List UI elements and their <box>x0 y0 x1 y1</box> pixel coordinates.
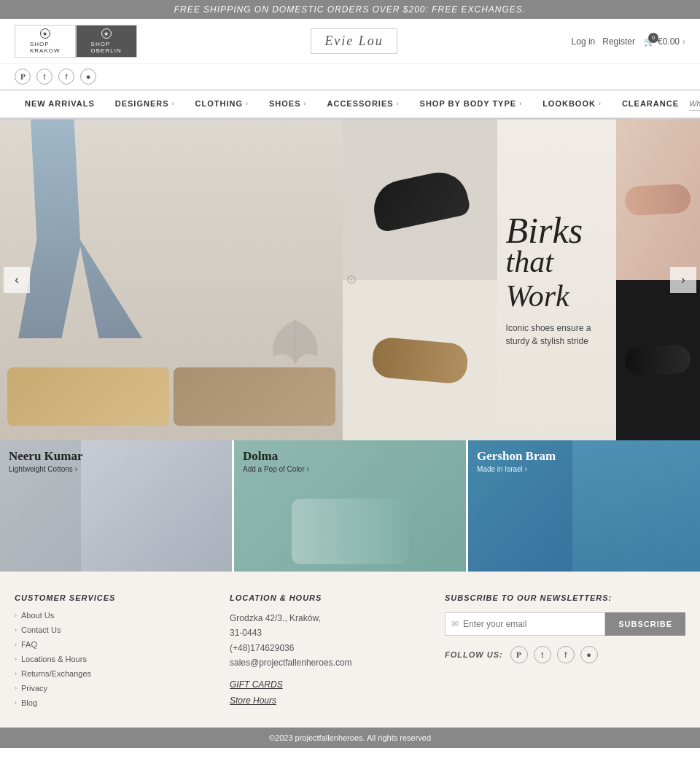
subscribe-button[interactable]: SUBSCRIBE <box>605 612 685 636</box>
footer-link-privacy[interactable]: › Privacy <box>15 684 215 693</box>
gold-sandal-visual <box>7 367 169 426</box>
newsletter-email-wrapper: ✉ <box>445 612 605 636</box>
newsletter-email-input[interactable] <box>463 613 599 635</box>
social-twitter-icon[interactable]: t <box>36 69 52 85</box>
nav-search: 🔍 <box>689 97 700 111</box>
follow-instagram-icon[interactable]: ● <box>580 646 598 663</box>
nav-clearance[interactable]: CLEARANCE <box>612 90 689 117</box>
shop-krakow-logo[interactable]: ★ SHOPKRAKOW <box>15 25 76 58</box>
neeru-name: Neeru Kumar <box>9 449 83 464</box>
copyright-text: ©2023 projectfallenheroes. All rights re… <box>269 733 431 742</box>
cart-chevron-icon[interactable]: › <box>682 36 685 47</box>
follow-twitter-icon[interactable]: t <box>534 646 551 663</box>
footer-link-about[interactable]: › About Us <box>15 611 215 620</box>
announcement-bar: FREE SHIPPING ON DOMESTIC ORDERS OVER $2… <box>0 0 700 19</box>
nav-designers[interactable]: DESIGNERS › <box>105 90 185 117</box>
gershon-arrow-icon: › <box>525 465 527 473</box>
neeru-subtitle: Lightweight Cottons › <box>9 465 83 473</box>
locations-chevron-icon: › <box>15 655 17 663</box>
nav-clothing[interactable]: CLOTHING › <box>185 90 259 117</box>
dolma-name: Dolma <box>243 449 309 464</box>
search-input[interactable] <box>689 97 700 111</box>
footer-link-contact[interactable]: › Contact Us <box>15 625 215 634</box>
neeru-arrow-icon: › <box>75 465 77 473</box>
oberlin-label: SHOPOBERLIN <box>91 41 122 54</box>
dolma-arrow-icon: › <box>307 465 309 473</box>
newsletter-heading: SUBSCRIBE TO OUR NEWSLETTERS: <box>445 593 685 602</box>
gershon-name: Gershon Bram <box>477 449 556 464</box>
product-card-dolma[interactable]: Dolma Add a Pop of Color › <box>232 440 468 572</box>
nav-lookbook[interactable]: LOOKBOOK › <box>532 90 612 117</box>
social-bar: 𝐏 t f ● <box>0 64 700 90</box>
email-icon: ✉ <box>451 619 459 629</box>
nav-items: NEW ARRIVALS DESIGNERS › CLOTHING › SHOE… <box>15 90 689 117</box>
footer-link-returns[interactable]: › Returns/Exchanges <box>15 669 215 678</box>
dolma-label: Dolma Add a Pop of Color › <box>243 449 309 473</box>
hero-brand-title: Birks <box>506 212 607 249</box>
accessories-chevron-icon: › <box>397 100 400 107</box>
nav-shop-by-body[interactable]: SHOP BY BODY TYPE › <box>410 90 533 117</box>
black-sandal-shape <box>624 344 691 377</box>
footer-link-locations[interactable]: › Locations & Hours <box>15 655 215 663</box>
hero-next-button[interactable]: › <box>670 267 696 293</box>
main-logo[interactable]: Evie Lou <box>311 28 397 54</box>
product-card-gershon[interactable]: Gershon Bram Made in Israel › <box>468 440 700 572</box>
sandals-display <box>7 367 335 426</box>
product-card-neeru[interactable]: Neeru Kumar Lightweight Cottons › <box>0 440 232 572</box>
header-logos: ★ SHOPKRAKOW ★ SHOPOBERLIN <box>15 25 137 58</box>
location-heading: LOCATION & HOURS <box>230 593 430 602</box>
footer-phone: (+48)174629036 <box>230 643 294 653</box>
nav-accessories[interactable]: ACCESSORIES › <box>317 90 410 117</box>
gershon-bg-pattern <box>572 440 700 572</box>
sneaker-area <box>343 120 497 280</box>
about-chevron-icon: › <box>15 612 17 619</box>
footer: CUSTOMER SERVICES › About Us › Contact U… <box>0 572 700 728</box>
neeru-label: Neeru Kumar Lightweight Cottons › <box>9 449 83 473</box>
black-sandal-area <box>616 280 700 440</box>
nav-new-arrivals[interactable]: NEW ARRIVALS <box>15 90 105 117</box>
dolma-subtitle: Add a Pop of Color › <box>243 465 309 473</box>
cork-sandal-visual <box>371 336 469 384</box>
hero-banner: Birks that Work Iconic shoes ensure a st… <box>0 120 700 440</box>
pink-sandal-area <box>616 120 700 280</box>
social-facebook-icon[interactable]: f <box>58 69 74 85</box>
store-hours-link[interactable]: Store Hours <box>230 695 430 706</box>
contact-chevron-icon: › <box>15 626 17 634</box>
hero-left-section <box>0 120 343 440</box>
follow-pinterest-icon[interactable]: 𝐏 <box>510 646 528 663</box>
returns-chevron-icon: › <box>15 670 17 677</box>
sneaker-visual <box>369 167 472 233</box>
cart-icon-wrap[interactable]: 🛒 0 <box>644 36 655 47</box>
login-link[interactable]: Log in <box>572 36 596 47</box>
follow-facebook-icon[interactable]: f <box>557 646 575 663</box>
cork-sandal-area <box>343 280 497 440</box>
footer-email: sales@projectfallenheroes.com <box>230 658 352 668</box>
leaf-decoration <box>262 316 328 367</box>
hero-brand-line2: that Work <box>506 245 607 312</box>
hero-mid-section <box>343 120 497 440</box>
blog-chevron-icon: › <box>15 699 17 706</box>
social-pinterest-icon[interactable]: 𝐏 <box>15 69 31 85</box>
nav-bar: NEW ARRIVALS DESIGNERS › CLOTHING › SHOE… <box>0 90 700 118</box>
pink-sandal-shape <box>624 184 691 217</box>
header-right: Log in Register 🛒 0 €0.00 › <box>572 36 685 47</box>
cart-area: 🛒 0 €0.00 › <box>644 36 685 47</box>
footer-address: Grodzka 42/3., Kraków, 31-0443 (+48)1746… <box>230 611 430 671</box>
follow-icons: 𝐏 t f ● <box>510 646 598 663</box>
krakow-label: SHOPKRAKOW <box>30 41 61 54</box>
hero-prev-button[interactable]: ‹ <box>4 267 30 293</box>
follow-section: FOLLOW US: 𝐏 t f ● <box>445 646 685 663</box>
register-link[interactable]: Register <box>602 36 635 47</box>
neeru-person-bg <box>81 440 232 572</box>
footer-link-blog[interactable]: › Blog <box>15 698 215 707</box>
nav-shoes[interactable]: SHOES › <box>259 90 317 117</box>
address-line2: 31-0443 <box>230 628 262 638</box>
footer-newsletter: SUBSCRIBE TO OUR NEWSLETTERS: ✉ SUBSCRIB… <box>445 593 685 713</box>
social-instagram-icon[interactable]: ● <box>80 69 96 85</box>
footer-link-faq[interactable]: › FAQ <box>15 640 215 649</box>
shop-oberlin-logo[interactable]: ★ SHOPOBERLIN <box>76 25 137 58</box>
shoes-chevron-icon: › <box>304 100 307 107</box>
gift-cards-link[interactable]: GIFT CARDS <box>230 679 430 690</box>
faq-chevron-icon: › <box>15 641 17 648</box>
customer-services-heading: CUSTOMER SERVICES <box>15 593 215 602</box>
